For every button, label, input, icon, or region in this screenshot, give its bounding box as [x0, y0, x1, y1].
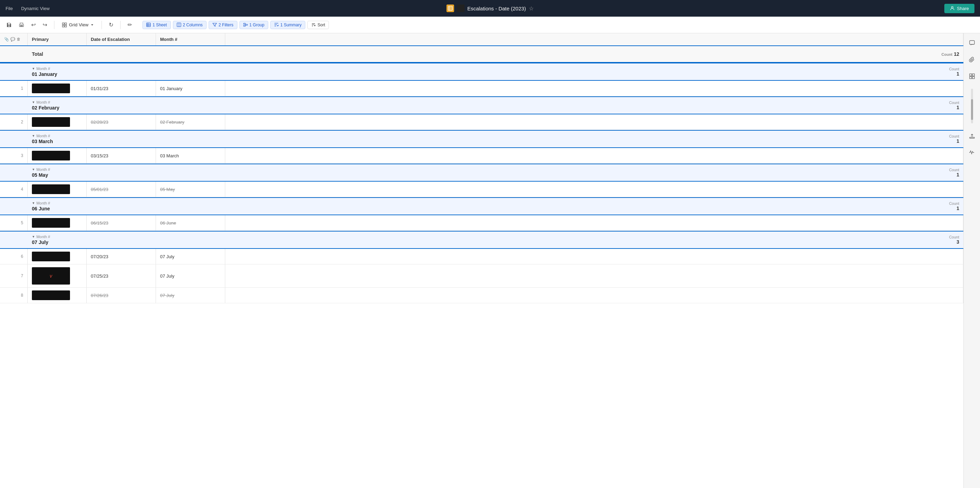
top-nav: File Dynamic View Escalations - Date (20…	[0, 0, 980, 17]
refresh-button[interactable]: ↻	[107, 20, 115, 29]
group-count-feb: Count 1	[894, 99, 963, 112]
table-row: 8 07/26/23 07 July	[0, 288, 963, 303]
svg-rect-28	[972, 76, 974, 79]
row-num-6: 6	[0, 249, 28, 264]
group-header-left-jun	[0, 204, 28, 208]
group-header-may: ▼ Month # 05 May Count 1	[0, 164, 963, 181]
cell-primary-8[interactable]	[28, 288, 87, 303]
menu-bar: File Dynamic View	[6, 6, 49, 11]
favorite-icon[interactable]: ☆	[529, 5, 534, 12]
group-content-jul: ▼ Month # 07 July	[28, 232, 894, 247]
table-row: 5 06/15/23 06 June	[0, 215, 963, 231]
table-row: 1 01/31/23 01 January	[0, 81, 963, 96]
table-row: 2 02/28/23 02 February	[0, 114, 963, 130]
cell-primary-1[interactable]	[28, 81, 87, 96]
collapse-icon-may[interactable]: ▼	[32, 168, 35, 171]
row-num-7: 7	[0, 264, 28, 287]
undo-button[interactable]: ↩	[29, 20, 38, 29]
share-button[interactable]: Share	[944, 4, 974, 13]
group-label-mar: ▼ Month #	[32, 134, 890, 138]
svg-rect-9	[62, 25, 64, 27]
group-header-left-may	[0, 170, 28, 175]
svg-rect-29	[970, 137, 974, 138]
cell-month-4: 05 May	[156, 181, 225, 197]
extra-col-header	[225, 33, 963, 45]
collapse-icon-jun[interactable]: ▼	[32, 201, 35, 205]
group-content-may: ▼ Month # 05 May	[28, 165, 894, 180]
primary-col-header: Primary	[28, 33, 87, 45]
group-content-mar: ▼ Month # 03 March	[28, 132, 894, 146]
cell-date-5: 06/15/23	[87, 215, 156, 230]
group-header-january: ▼ Month # 01 January Count 1	[0, 63, 963, 81]
row-num-header: 📎 💬 🗑	[0, 33, 28, 45]
activity-sidebar-button[interactable]	[966, 147, 978, 158]
collapse-icon-jul[interactable]: ▼	[32, 235, 35, 238]
cell-date-7: 07/25/23	[87, 264, 156, 287]
dynamic-view-menu[interactable]: Dynamic View	[21, 6, 49, 11]
group-name-feb: 02 February	[32, 105, 890, 111]
cell-primary-7[interactable]: v	[28, 264, 87, 287]
sheet-icon	[446, 5, 454, 12]
svg-rect-0	[448, 6, 452, 10]
file-menu[interactable]: File	[6, 6, 13, 11]
row-num-4: 4	[0, 181, 28, 197]
count-label: Count	[942, 52, 953, 57]
svg-rect-27	[970, 76, 972, 79]
columns-label: 2 Columns	[183, 22, 203, 27]
redo-button[interactable]: ↪	[41, 20, 49, 29]
group-header-february: ▼ Month # 02 February Count 1	[0, 96, 963, 114]
svg-rect-26	[972, 74, 974, 76]
upload-sidebar-button[interactable]	[966, 130, 978, 141]
comment-icon[interactable]: 💬	[10, 37, 15, 41]
cell-primary-4[interactable]	[28, 181, 87, 197]
comments-sidebar-button[interactable]	[966, 37, 978, 49]
toolbar: ↩ ↪ Grid View ↻ ✏ 1 Sheet 2 Columns 2 Fi…	[0, 17, 980, 33]
svg-rect-7	[62, 23, 64, 25]
table-row: 4 05/01/23 05 May	[0, 181, 963, 197]
svg-rect-19	[246, 24, 247, 25]
edit-button[interactable]: ✏	[126, 20, 134, 29]
grid-view-button[interactable]: Grid View	[59, 21, 97, 29]
collapse-icon-mar[interactable]: ▼	[32, 134, 35, 138]
sheet-pill[interactable]: 1 Sheet	[142, 21, 170, 29]
scrollbar[interactable]	[971, 89, 973, 123]
summary-label: 1 Summary	[280, 22, 301, 27]
thumbnail-3	[32, 151, 70, 161]
right-sidebar	[963, 33, 980, 488]
columns-pill[interactable]: 2 Columns	[173, 21, 207, 29]
filters-pill[interactable]: 2 Filters	[208, 21, 237, 29]
cell-primary-2[interactable]	[28, 114, 87, 130]
group-count-jan: Count 1	[894, 65, 963, 79]
grid-sidebar-button[interactable]	[966, 71, 978, 82]
attach-icon[interactable]: 📎	[4, 37, 9, 41]
sort-pill[interactable]: Sort	[307, 21, 329, 29]
total-label: Total	[28, 49, 894, 60]
group-name-mar: 03 March	[32, 138, 890, 144]
cell-extra-3	[225, 148, 963, 163]
attachments-sidebar-button[interactable]	[966, 54, 978, 65]
group-header-july: ▼ Month # 07 July Count 3	[0, 231, 963, 249]
group-header-left-feb	[0, 103, 28, 107]
summary-pill[interactable]: 1 Summary	[270, 21, 305, 29]
print-button[interactable]	[17, 21, 26, 29]
collapse-icon-feb[interactable]: ▼	[32, 100, 35, 104]
svg-point-4	[951, 6, 953, 8]
cell-primary-5[interactable]	[28, 215, 87, 230]
thumbnail-7: v	[32, 267, 70, 285]
delete-icon[interactable]: 🗑	[17, 37, 21, 41]
cell-month-5: 06 June	[156, 215, 225, 230]
group-label-may: ▼ Month #	[32, 167, 890, 172]
cell-extra-6	[225, 249, 963, 264]
group-pill[interactable]: 1 Group	[239, 21, 268, 29]
sort-label: Sort	[317, 22, 325, 27]
group-label-jul: ▼ Month #	[32, 235, 890, 239]
thumbnail-icon	[457, 5, 465, 12]
cell-primary-6[interactable]	[28, 249, 87, 264]
svg-rect-6	[20, 25, 23, 26]
cell-primary-3[interactable]	[28, 148, 87, 163]
thumbnail-1	[32, 84, 70, 93]
scrollbar-thumb	[971, 99, 973, 120]
collapse-icon-jan[interactable]: ▼	[32, 67, 35, 70]
sheet-label: 1 Sheet	[153, 22, 167, 27]
save-button[interactable]	[4, 21, 14, 29]
